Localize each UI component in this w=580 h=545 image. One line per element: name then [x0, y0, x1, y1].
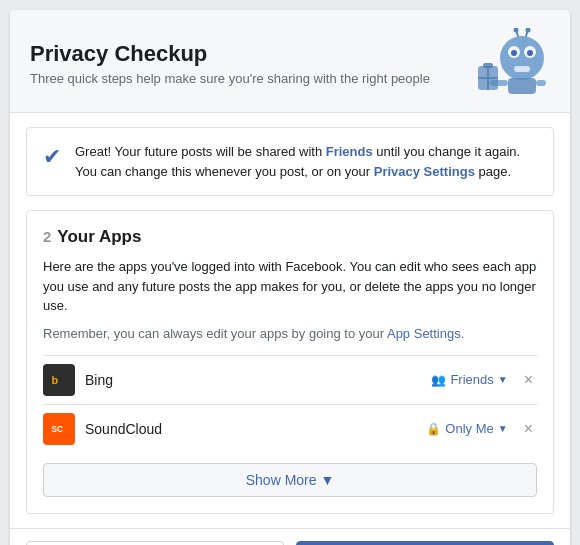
show-more-button[interactable]: Show More ▼ — [43, 463, 537, 497]
soundcloud-remove-button[interactable]: × — [520, 418, 537, 440]
bing-remove-button[interactable]: × — [520, 369, 537, 391]
privacy-settings-link[interactable]: Privacy Settings — [374, 164, 475, 179]
soundcloud-privacy-selector[interactable]: 🔒 Only Me ▼ — [426, 421, 507, 436]
banner-text: Great! Your future posts will be shared … — [75, 142, 537, 181]
section-heading: 2Your Apps — [43, 227, 537, 247]
bing-privacy-selector[interactable]: 👥 Friends ▼ — [431, 372, 507, 387]
next-step-button[interactable]: Next Step — [296, 541, 554, 546]
app-row-bing: b Bing 👥 Friends ▼ × — [43, 355, 537, 404]
banner-before: Great! Your future posts will be shared … — [75, 144, 326, 159]
svg-point-4 — [527, 50, 533, 56]
soundcloud-privacy-label: Only Me — [445, 421, 493, 436]
soundcloud-icon: SC — [43, 413, 75, 445]
section-title-text: Your Apps — [57, 227, 141, 246]
friends-privacy-icon: 👥 — [431, 373, 446, 387]
svg-point-9 — [526, 28, 531, 33]
checkmark-icon: ✔ — [43, 144, 61, 170]
apps-section: 2Your Apps Here are the apps you've logg… — [26, 210, 554, 514]
section-note: Remember, you can always edit your apps … — [43, 326, 537, 341]
bing-name: Bing — [85, 372, 431, 388]
bing-icon: b — [43, 364, 75, 396]
svg-rect-5 — [514, 66, 530, 72]
banner-after: page. — [475, 164, 511, 179]
svg-text:b: b — [52, 374, 59, 386]
bing-privacy-label: Friends — [450, 372, 493, 387]
svg-point-0 — [500, 36, 544, 80]
soundcloud-privacy-chevron: ▼ — [498, 423, 508, 434]
svg-text:SC: SC — [52, 424, 64, 434]
mascot-illustration — [470, 28, 550, 98]
show-more-chevron: ▼ — [320, 472, 334, 488]
header-text: Privacy Checkup Three quick steps help m… — [30, 41, 430, 86]
section-number: 2 — [43, 228, 51, 245]
svg-point-7 — [514, 28, 519, 33]
lock-privacy-icon: 🔒 — [426, 422, 441, 436]
soundcloud-name: SoundCloud — [85, 421, 426, 437]
friends-link[interactable]: Friends — [326, 144, 373, 159]
svg-rect-12 — [536, 80, 546, 86]
show-more-label: Show More — [246, 472, 317, 488]
note-before: Remember, you can always edit your apps … — [43, 326, 387, 341]
bing-privacy-chevron: ▼ — [498, 374, 508, 385]
svg-rect-10 — [508, 78, 536, 94]
note-after: . — [461, 326, 465, 341]
check-banner: ✔ Great! Your future posts will be share… — [26, 127, 554, 196]
page-subtitle: Three quick steps help make sure you're … — [30, 71, 430, 86]
header: Privacy Checkup Three quick steps help m… — [10, 10, 570, 113]
svg-point-3 — [511, 50, 517, 56]
app-settings-link[interactable]: App Settings — [387, 326, 461, 341]
footer-actions: Learn More Next Step — [10, 528, 570, 546]
app-row-soundcloud: SC SoundCloud 🔒 Only Me ▼ × — [43, 404, 537, 453]
page-title: Privacy Checkup — [30, 41, 430, 67]
section-description: Here are the apps you've logged into wit… — [43, 257, 537, 316]
privacy-checkup-card: Privacy Checkup Three quick steps help m… — [10, 10, 570, 545]
learn-more-button[interactable]: Learn More — [26, 541, 284, 546]
